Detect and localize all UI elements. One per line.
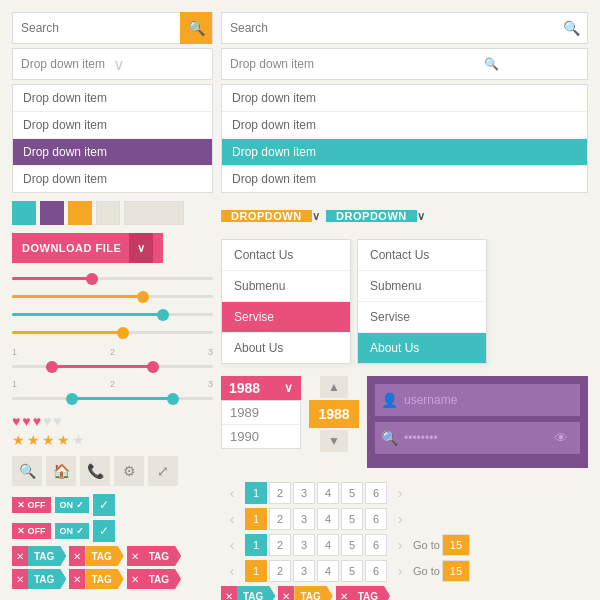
page-3-4[interactable]: 4: [317, 534, 339, 556]
page-2-1[interactable]: 1: [245, 508, 267, 530]
toggle-on-2[interactable]: ON ✓: [55, 523, 89, 539]
download-dropdown-arrow[interactable]: ∨: [129, 233, 153, 263]
heart-1[interactable]: ♥: [12, 413, 20, 429]
page-prev-2[interactable]: ‹: [221, 508, 243, 530]
swatch-orange[interactable]: [68, 201, 92, 225]
year-up-button[interactable]: ▲: [320, 376, 348, 398]
tag-4[interactable]: ✕ TAG: [12, 569, 66, 589]
slider-4[interactable]: [12, 325, 213, 339]
list-item[interactable]: Drop down item: [13, 112, 212, 139]
slider-1[interactable]: [12, 271, 213, 285]
page-4-3[interactable]: 3: [293, 560, 315, 582]
heart-5[interactable]: ♥: [53, 413, 61, 429]
toggle-off-2[interactable]: ✕ OFF: [12, 523, 51, 539]
menu-item-submenu-2[interactable]: Submenu: [358, 271, 486, 302]
page-prev-1[interactable]: ‹: [221, 482, 243, 504]
page-2-6[interactable]: 6: [365, 508, 387, 530]
tag-2-close[interactable]: ✕: [69, 546, 85, 566]
heart-3[interactable]: ♥: [33, 413, 41, 429]
page-3-5[interactable]: 5: [341, 534, 363, 556]
dropdown-select-1[interactable]: Drop down item ∨: [12, 48, 213, 80]
page-4-5[interactable]: 5: [341, 560, 363, 582]
list-item[interactable]: Drop down item: [13, 85, 212, 112]
page-3-1[interactable]: 1: [245, 534, 267, 556]
list-item-active[interactable]: Drop down item: [13, 139, 212, 166]
page-next-3[interactable]: ›: [389, 534, 411, 556]
password-input[interactable]: [404, 431, 554, 445]
search-button-2[interactable]: 🔍: [555, 12, 587, 44]
menu-item-about-1[interactable]: About Us: [222, 333, 350, 363]
page-next-4[interactable]: ›: [389, 560, 411, 582]
tag-2[interactable]: ✕ TAG: [69, 546, 123, 566]
menu-item-service-1[interactable]: Servise: [222, 302, 350, 333]
heart-2[interactable]: ♥: [22, 413, 30, 429]
phone-icon[interactable]: 📞: [80, 456, 110, 486]
list-item[interactable]: Drop down item: [222, 85, 587, 112]
tag-1[interactable]: ✕ TAG: [12, 546, 66, 566]
page-3-3[interactable]: 3: [293, 534, 315, 556]
tag-3-close[interactable]: ✕: [127, 546, 143, 566]
r-tag-2[interactable]: ✕ TAG: [278, 586, 332, 600]
page-1-1[interactable]: 1: [245, 482, 267, 504]
slider-2[interactable]: [12, 289, 213, 303]
checkbox-checked-2[interactable]: ✓: [93, 520, 115, 542]
tag-1-close[interactable]: ✕: [12, 546, 28, 566]
home-icon[interactable]: 🏠: [46, 456, 76, 486]
year-item-1990[interactable]: 1990: [222, 425, 300, 448]
menu-item-contact-1[interactable]: Contact Us: [222, 240, 350, 271]
star-1[interactable]: ★: [12, 432, 25, 448]
tag-6-close[interactable]: ✕: [127, 569, 143, 589]
tag-6[interactable]: ✕ TAG: [127, 569, 181, 589]
r-tag-2-close[interactable]: ✕: [278, 586, 294, 600]
page-2-5[interactable]: 5: [341, 508, 363, 530]
checkbox-checked-1[interactable]: ✓: [93, 494, 115, 516]
r-tag-1[interactable]: ✕ TAG: [221, 586, 275, 600]
dd-btn-teal[interactable]: DROPDOWN ∨: [326, 201, 425, 231]
expand-icon[interactable]: ⤢: [148, 456, 178, 486]
page-1-2[interactable]: 2: [269, 482, 291, 504]
tag-5-close[interactable]: ✕: [69, 569, 85, 589]
tag-3[interactable]: ✕ TAG: [127, 546, 181, 566]
year-item-1989[interactable]: 1989: [222, 401, 300, 425]
menu-item-about-2[interactable]: About Us: [358, 333, 486, 363]
year-current-btn[interactable]: 1988 ∨: [221, 376, 301, 400]
page-4-6[interactable]: 6: [365, 560, 387, 582]
menu-item-submenu-1[interactable]: Submenu: [222, 271, 350, 302]
search-button-1[interactable]: 🔍: [180, 12, 212, 44]
dd-btn-orange-caret[interactable]: ∨: [312, 210, 321, 223]
menu-item-service-2[interactable]: Servise: [358, 302, 486, 333]
star-2[interactable]: ★: [27, 432, 40, 448]
eye-icon[interactable]: 👁: [554, 430, 568, 446]
search-input-2[interactable]: [222, 17, 555, 39]
menu-item-contact-2[interactable]: Contact Us: [358, 240, 486, 271]
page-prev-4[interactable]: ‹: [221, 560, 243, 582]
r-tag-3[interactable]: ✕ TAG: [336, 586, 390, 600]
page-3-6[interactable]: 6: [365, 534, 387, 556]
tag-5[interactable]: ✕ TAG: [69, 569, 123, 589]
swatch-purple[interactable]: [40, 201, 64, 225]
search-input-1[interactable]: [13, 17, 180, 39]
range-slider-2[interactable]: [12, 391, 213, 405]
toggle-off-1[interactable]: ✕ OFF: [12, 497, 51, 513]
page-2-3[interactable]: 3: [293, 508, 315, 530]
dropdown-select-2[interactable]: Drop down item 🔍: [221, 48, 588, 80]
page-4-1[interactable]: 1: [245, 560, 267, 582]
heart-4[interactable]: ♥: [43, 413, 51, 429]
gear-icon[interactable]: ⚙: [114, 456, 144, 486]
range-slider-1[interactable]: [12, 359, 213, 373]
tag-4-close[interactable]: ✕: [12, 569, 28, 589]
goto-input-1[interactable]: [442, 534, 470, 556]
toggle-on-1[interactable]: ON ✓: [55, 497, 89, 513]
star-rating[interactable]: ★ ★ ★ ★ ★: [12, 432, 213, 448]
r-tag-3-close[interactable]: ✕: [336, 586, 352, 600]
swatch-long[interactable]: [124, 201, 184, 225]
page-1-5[interactable]: 5: [341, 482, 363, 504]
page-3-2[interactable]: 2: [269, 534, 291, 556]
r-tag-1-close[interactable]: ✕: [221, 586, 237, 600]
star-5[interactable]: ★: [72, 432, 85, 448]
dd-btn-orange[interactable]: DROPDOWN ∨: [221, 201, 320, 231]
page-prev-3[interactable]: ‹: [221, 534, 243, 556]
page-1-4[interactable]: 4: [317, 482, 339, 504]
list-item[interactable]: Drop down item: [13, 166, 212, 192]
page-1-6[interactable]: 6: [365, 482, 387, 504]
